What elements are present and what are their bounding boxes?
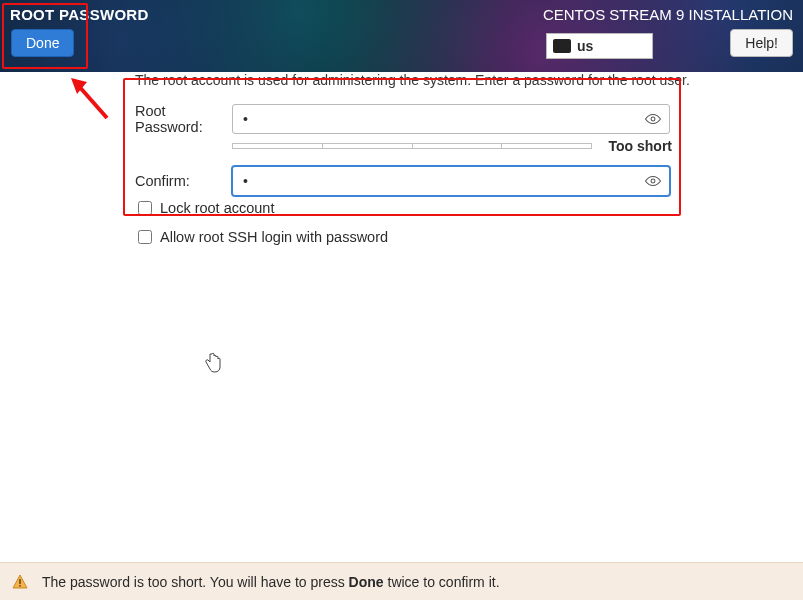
warning-text-before: The password is too short. You will have… [42,574,349,590]
show-password-icon[interactable] [644,111,662,127]
page-title: ROOT PASSWORD [10,6,149,23]
keyboard-layout-label: us [577,38,593,54]
password-row: Root Password: [135,103,670,135]
lock-root-label: Lock root account [160,200,274,216]
svg-point-2 [651,117,655,121]
ssh-login-checkbox[interactable] [138,230,152,244]
warning-text-bold: Done [349,574,384,590]
done-button-label: Done [26,35,59,51]
cursor-hand-icon [204,352,222,374]
ssh-login-label: Allow root SSH login with password [160,229,388,245]
confirm-input[interactable] [232,166,670,196]
confirm-label: Confirm: [135,173,232,189]
form-body: The root account is used for administeri… [0,72,803,562]
warning-icon [12,574,28,590]
confirm-row: Confirm: [135,166,670,196]
help-button[interactable]: Help! [730,29,793,57]
password-strength-meter [232,143,592,149]
warning-text: The password is too short. You will have… [42,574,500,590]
password-label: Root Password: [135,103,232,135]
header: ROOT PASSWORD CENTOS STREAM 9 INSTALLATI… [0,0,803,72]
help-button-label: Help! [745,35,778,51]
done-button[interactable]: Done [11,29,74,57]
password-strength-label: Too short [608,138,672,154]
password-input-wrapper [232,104,670,134]
keyboard-layout-selector[interactable]: us [546,33,653,59]
password-input[interactable] [232,104,670,134]
keyboard-icon [553,39,571,53]
confirm-input-wrapper [232,166,670,196]
svg-rect-5 [19,579,21,584]
page-subtitle: CENTOS STREAM 9 INSTALLATION [543,6,793,23]
explain-text: The root account is used for administeri… [135,72,695,88]
lock-root-row: Lock root account [138,200,274,216]
strength-row: Too short [232,138,672,154]
ssh-login-row: Allow root SSH login with password [138,229,388,245]
warning-bar: The password is too short. You will have… [0,562,803,600]
warning-text-after: twice to confirm it. [384,574,500,590]
lock-root-checkbox[interactable] [138,201,152,215]
show-confirm-icon[interactable] [644,173,662,189]
svg-point-3 [651,179,655,183]
svg-rect-6 [19,585,21,587]
